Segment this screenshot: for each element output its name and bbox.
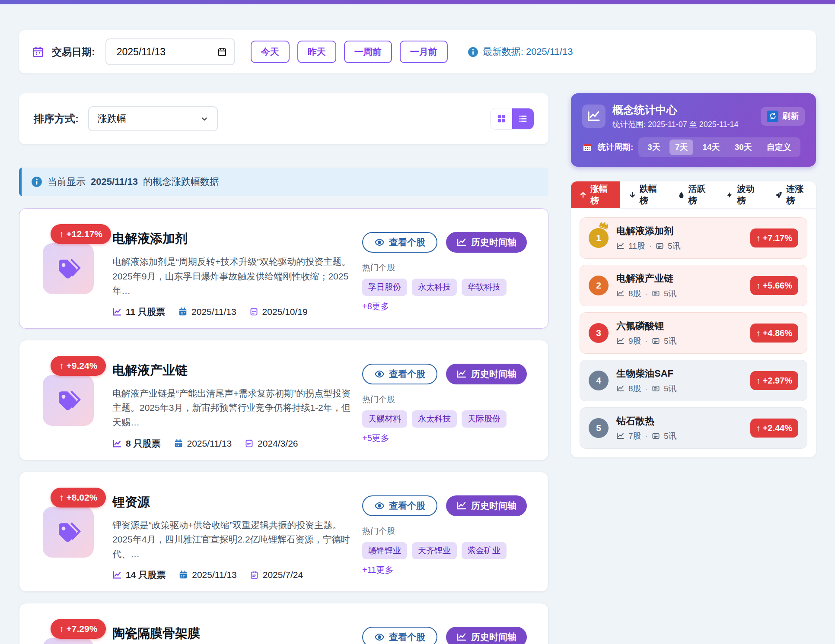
arrow-up-icon: ↑ <box>59 361 64 371</box>
latest-data-label: 最新数据: 2025/11/13 <box>483 45 573 58</box>
stock-chip[interactable]: 华软科技 <box>462 279 507 296</box>
view-stocks-label: 查看个股 <box>389 500 425 512</box>
info-icon <box>31 176 42 187</box>
top-accent-bar <box>0 0 835 4</box>
more-stocks-link[interactable]: +8更多 <box>362 301 389 312</box>
rank-number: 5 <box>596 423 601 433</box>
calendar-icon <box>32 46 44 58</box>
period-3d[interactable]: 3天 <box>642 140 666 155</box>
concept-title: 陶瓷隔膜骨架膜 <box>112 625 354 642</box>
refresh-label: 刷新 <box>782 111 799 122</box>
stock-chip[interactable]: 紫金矿业 <box>462 542 507 559</box>
history-timeline-button[interactable]: 历史时间轴 <box>446 364 527 384</box>
lightning-icon <box>726 191 733 199</box>
more-stocks-link[interactable]: +5更多 <box>362 432 389 444</box>
concept-icon-col: ↑ +7.29% <box>32 614 112 644</box>
date-input[interactable]: 2025/11/13 <box>105 38 235 65</box>
ranking-item[interactable]: 4 生物柴油SAF 8股 · 5讯 ↑ <box>580 360 807 401</box>
tab-label: 涨幅榜 <box>590 183 612 206</box>
chart-line-icon <box>456 369 467 379</box>
stock-chip[interactable]: 赣锋锂业 <box>362 542 407 559</box>
period-custom[interactable]: 自定义 <box>761 140 797 155</box>
calendar-icon <box>178 307 188 317</box>
eye-icon <box>374 501 385 511</box>
concept-desc: 锂资源是“政策驱动+供给收缩”双重逻辑共振的投资主题。2025年4月，四川雅江官… <box>112 518 354 562</box>
list-view-button[interactable] <box>512 108 534 129</box>
news-icon <box>652 384 660 393</box>
change-value: +9.24% <box>67 361 98 371</box>
arrow-up-icon: ↑ <box>59 492 64 503</box>
origin-date: 2025/10/19 <box>262 307 308 317</box>
view-stocks-button[interactable]: 查看个股 <box>362 627 437 644</box>
grid-view-button[interactable] <box>491 108 512 129</box>
chart-icon <box>112 570 122 580</box>
concept-desc: 电解液产业链是“产能出清尾声+需求复苏初期”的拐点型投资主题。2025年3月，新… <box>112 386 354 430</box>
ranking-item[interactable]: 5 钻石散热 7股 · 5讯 ↑ <box>580 407 807 449</box>
tab-active[interactable]: 活跃榜 <box>669 181 718 208</box>
origin-date: 2024/3/26 <box>258 438 298 449</box>
banner-prefix: 当前显示 <box>48 175 86 188</box>
tab-label: 活跃榜 <box>688 183 710 206</box>
quick-week-ago-button[interactable]: 一周前 <box>344 41 392 63</box>
arrow-up-icon <box>579 191 587 199</box>
banner-date: 2025/11/13 <box>91 176 138 187</box>
more-stocks-link[interactable]: +11更多 <box>362 564 393 576</box>
history-timeline-button[interactable]: 历史时间轴 <box>446 232 527 253</box>
tag-icon <box>55 519 82 546</box>
concept-card[interactable]: ↑ +9.24% 电解液产业链 电解液产业链是“产能出清尾声+需求复苏初期”的拐… <box>19 340 548 460</box>
tab-label: 跌幅榜 <box>640 183 661 206</box>
datepicker-icon[interactable] <box>217 47 227 57</box>
tab-streak[interactable]: 连涨榜 <box>767 181 816 208</box>
view-stocks-button[interactable]: 查看个股 <box>362 364 437 384</box>
history-timeline-button[interactable]: 历史时间轴 <box>446 495 527 516</box>
concept-icon-col: ↑ +8.02% <box>32 482 112 581</box>
history-timeline-label: 历史时间轴 <box>471 500 516 512</box>
ranking-item[interactable]: 3 六氟磷酸锂 9股 · 5讯 ↑ <box>580 312 807 354</box>
chart-line-icon <box>456 237 467 247</box>
rank-change-pill: ↑ +5.66% <box>750 276 798 295</box>
ranking-tabs: 涨幅榜 跌幅榜 活跃榜 波动榜 <box>571 181 816 209</box>
period-30d[interactable]: 30天 <box>729 140 758 155</box>
stock-chip[interactable]: 天齐锂业 <box>412 542 457 559</box>
ranking-item[interactable]: 2 电解液产业链 8股 · 5讯 ↑ <box>580 265 807 306</box>
stock-chip[interactable]: 永太科技 <box>412 279 457 296</box>
hot-stocks-label: 热门个股 <box>362 526 535 537</box>
sort-select[interactable]: 涨跌幅 <box>88 106 218 131</box>
refresh-button[interactable]: 刷新 <box>761 107 805 126</box>
concept-desc: 电解液添加剂是“周期反转+技术升级”双轮驱动的投资主题。2025年9月，山东孚日… <box>112 254 354 298</box>
flame-icon <box>678 191 685 199</box>
quick-yesterday-button[interactable]: 昨天 <box>297 41 336 63</box>
origin-date: 2025/7/24 <box>263 570 303 580</box>
news-icon <box>652 289 660 298</box>
concept-card[interactable]: ↑ +7.29% 陶瓷隔膜骨架膜 陶瓷隔膜骨架膜是技术创新驱动的固态电池产业链β… <box>19 603 548 644</box>
rank-badge: 5 <box>589 418 609 438</box>
tab-losers[interactable]: 跌幅榜 <box>620 181 669 208</box>
concept-card[interactable]: ↑ +8.02% 锂资源 锂资源是“政策驱动+供给收缩”双重逻辑共振的投资主题。… <box>19 472 548 592</box>
quick-today-button[interactable]: 今天 <box>251 41 290 63</box>
period-14d[interactable]: 14天 <box>697 140 725 155</box>
date-toolbar: 交易日期: 2025/11/13 今天 昨天 一周前 一月前 最新数据: 202… <box>19 30 816 73</box>
stock-chip[interactable]: 天际股份 <box>462 410 507 428</box>
concept-card[interactable]: ↑ +12.17% 电解液添加剂 电解液添加剂是“周期反转+技术升级”双轮驱动的… <box>19 208 548 329</box>
view-stocks-button[interactable]: 查看个股 <box>362 495 437 516</box>
rank-news: 5讯 <box>664 431 677 442</box>
rank-stocks: 8股 <box>628 383 641 394</box>
stock-chip[interactable]: 永太科技 <box>412 410 457 428</box>
stock-chip[interactable]: 孚日股份 <box>362 279 407 296</box>
chart-icon <box>616 432 625 440</box>
stock-chip[interactable]: 天赐材料 <box>362 410 407 428</box>
ranking-item[interactable]: 1 电解液添加剂 11股 · 5讯 <box>580 217 807 259</box>
ranking-card: 涨幅榜 跌幅榜 活跃榜 波动榜 <box>571 181 816 457</box>
history-timeline-button[interactable]: 历史时间轴 <box>446 627 527 644</box>
quick-month-ago-button[interactable]: 一月前 <box>400 41 448 63</box>
chart-line-icon <box>582 105 606 128</box>
period-7d[interactable]: 7天 <box>669 140 694 155</box>
news-icon <box>656 242 664 250</box>
tab-volatility[interactable]: 波动榜 <box>718 181 767 208</box>
view-stocks-button[interactable]: 查看个股 <box>362 232 437 253</box>
rank-change-pill: ↑ +2.97% <box>750 371 798 390</box>
rank-concept-name: 钻石散热 <box>616 415 676 428</box>
tab-gainers[interactable]: 涨幅榜 <box>571 181 620 208</box>
concept-actions: 查看个股 历史时间轴 热门个股 天赐材料 永太科技 天际股份 +5更多 <box>362 351 535 450</box>
change-badge: ↑ +8.02% <box>51 488 106 508</box>
